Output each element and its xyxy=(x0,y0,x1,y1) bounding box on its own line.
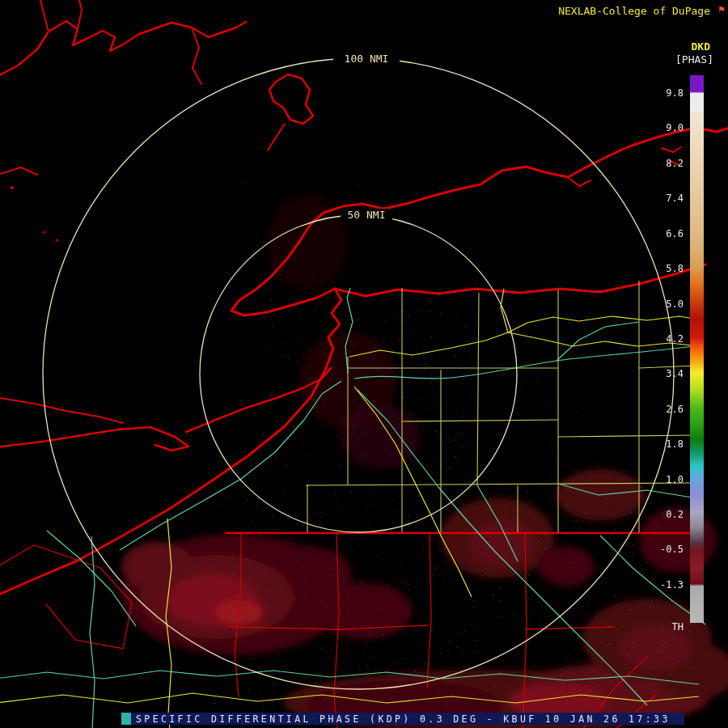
colorbar-tick: 0.2 xyxy=(666,509,684,520)
colorbar-tick: 9.0 xyxy=(666,122,684,133)
colorbar-tick: 7.4 xyxy=(666,193,684,204)
colorbar-tick: 3.4 xyxy=(666,368,684,379)
colorbar-tick: 9.8 xyxy=(666,87,684,99)
georgian-bay-rivers xyxy=(0,21,246,78)
colorbar-tick: 2.6 xyxy=(666,404,684,415)
lake-erie-north-shore xyxy=(0,427,188,451)
colorbar xyxy=(690,75,704,623)
colorbar-tick: 5.8 xyxy=(666,263,684,274)
status-bar-text: SPECIFIC DIFFERENTIAL PHASE (KDP) 0.3 DE… xyxy=(131,713,671,725)
threshold-label: TH xyxy=(672,621,684,633)
colorbar-tick: 4.2 xyxy=(666,333,684,345)
flag-icon: ⚑ xyxy=(718,3,725,15)
colorbar-tick: -1.3 xyxy=(660,579,684,590)
lake-simcoe xyxy=(269,74,313,124)
colorbar-tick: 1.0 xyxy=(666,474,684,485)
radar-screen: 100 NMI 50 NMI NEXLAB-College of DuPage … xyxy=(0,0,728,728)
range-ring-outer-label: 100 NMI xyxy=(345,53,389,65)
status-bar: SPECIFIC DIFFERENTIAL PHASE (KDP) 0.3 DE… xyxy=(121,713,684,725)
range-ring-inner-label: 50 NMI xyxy=(348,209,386,221)
product-units-label: [PHAS] xyxy=(675,53,713,66)
attribution-text: NEXLAB-College of DuPage xyxy=(558,5,710,17)
status-accent-block xyxy=(121,713,131,725)
colorbar-tick: 6.6 xyxy=(666,228,684,239)
colorbar-tick: 8.2 xyxy=(666,158,684,169)
colorbar-tick: -0.5 xyxy=(660,544,684,555)
colorbar-ticks: 9.8 9.0 8.2 7.4 6.6 5.8 5.0 4.2 3.4 2.6 … xyxy=(650,87,684,590)
radar-map: 100 NMI 50 NMI xyxy=(0,0,728,728)
colorbar-tick: 5.0 xyxy=(666,298,684,310)
product-code-label: DKD xyxy=(692,40,710,53)
colorbar-tick: 1.8 xyxy=(666,438,684,450)
